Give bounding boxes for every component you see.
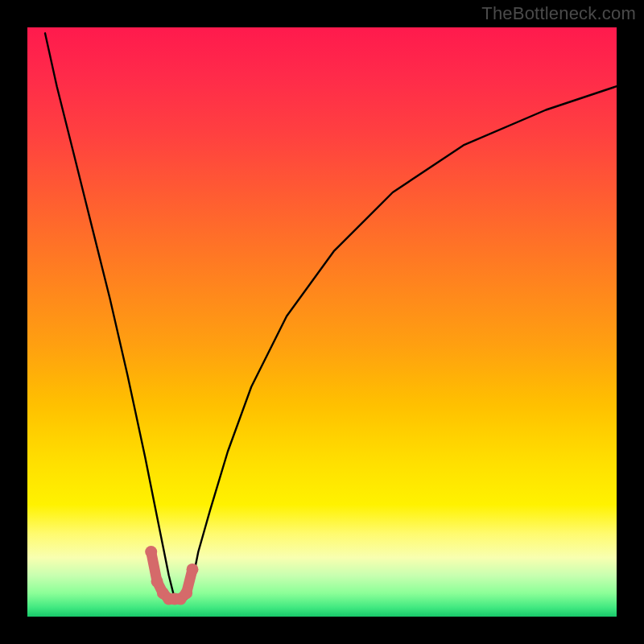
chart-plot-area xyxy=(27,27,617,617)
chart-svg xyxy=(27,27,617,617)
svg-point-1 xyxy=(151,576,163,588)
svg-point-7 xyxy=(187,564,199,576)
watermark-text: TheBottleneck.com xyxy=(481,3,636,24)
valley-highlight xyxy=(145,546,198,605)
bottleneck-curve xyxy=(45,33,617,599)
svg-point-0 xyxy=(145,546,157,558)
svg-point-6 xyxy=(180,587,192,599)
